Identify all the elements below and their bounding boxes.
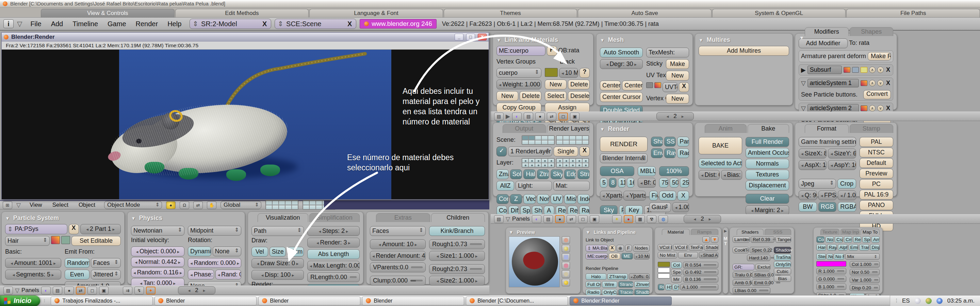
format-tab[interactable]: Format	[805, 124, 849, 133]
view3d-menu[interactable]: Select	[48, 201, 73, 208]
unlink-particle-button[interactable]: X	[69, 224, 79, 234]
script-buttons-icon[interactable]: ▤	[53, 287, 62, 295]
stencil-toggle[interactable]: Stenc	[816, 253, 826, 260]
integrator-selector[interactable]: Midpoint	[188, 226, 241, 236]
expand-icon[interactable]: ▶	[801, 66, 806, 74]
map-to-toggle[interactable]: Disp	[870, 244, 880, 251]
center-button[interactable]: Center	[600, 81, 620, 90]
vcol-new-button[interactable]: New	[666, 94, 689, 104]
render-toggle-icon[interactable]	[861, 80, 867, 86]
draw-mode-icon[interactable]: ●	[166, 201, 176, 209]
map-to-toggle[interactable]: Emit	[849, 244, 859, 251]
pipeline-toggle[interactable]: OnlyCast	[602, 289, 617, 295]
center-new-button[interactable]: Center New	[622, 81, 643, 90]
prefs-tab[interactable]: Themes	[444, 9, 578, 17]
bake-button[interactable]: BAKE	[698, 137, 742, 154]
size-pct-button[interactable]: 50%	[670, 178, 679, 188]
amount-field[interactable]: Amount: 1001	[5, 258, 61, 268]
velocity-field[interactable]: Random: 0.116	[131, 268, 185, 277]
preview-hair-button[interactable]	[562, 270, 570, 278]
sizex-field[interactable]: SizeX: 800	[799, 149, 827, 159]
set-editable-button[interactable]: Set Editable	[72, 236, 121, 246]
minimize-button[interactable]: _	[455, 34, 463, 40]
vertex-group-field[interactable]: cuerpo	[496, 68, 541, 78]
constraint-buttons-icon[interactable]: ↯	[134, 287, 144, 295]
velocity-field[interactable]: Object: 0.000	[131, 246, 185, 256]
modifier-name-field[interactable]: Subsurf	[808, 66, 842, 74]
material-option-toggle[interactable]: Shad A 1.000	[699, 252, 718, 258]
map-to-toggle[interactable]: Cmir	[844, 236, 852, 243]
osa-value-toggle[interactable]: 8	[609, 178, 616, 188]
material-tab[interactable]: Ramps	[691, 229, 719, 235]
phase-field[interactable]: Phase: 0.000	[188, 270, 214, 279]
object-buttons-icon[interactable]: ⇄	[566, 215, 576, 223]
format-preset-button[interactable]: NTSC	[859, 147, 893, 157]
pass-toggle[interactable]: Sky	[550, 169, 563, 179]
prefs-tab[interactable]: Edit Methods	[175, 9, 309, 17]
osa-toggle[interactable]: OSA	[600, 166, 634, 176]
material-tab[interactable]: Material	[662, 229, 690, 235]
vparents-slider[interactable]: VParents:0.0	[370, 263, 426, 272]
abs-length-toggle[interactable]: Abs Length	[307, 249, 360, 259]
panels-menu[interactable]: Panels	[21, 287, 39, 294]
blender-org-link[interactable]: www.blender.org 246	[360, 19, 436, 29]
map-r-slider[interactable]: R 1.000	[816, 268, 846, 274]
move-down-button[interactable]: ∨	[877, 80, 884, 86]
draw-toggle[interactable]: Num	[287, 247, 304, 257]
collapse-arrow-icon[interactable]: ▽	[16, 201, 21, 209]
specular-color-swatch[interactable]	[658, 268, 670, 273]
map-b-slider[interactable]: B 1.000	[816, 284, 846, 290]
tray-handle[interactable]: ⁞	[896, 298, 897, 304]
panel-collapse-icon[interactable]: ▼	[131, 216, 136, 221]
odd-toggle[interactable]: Odd	[659, 191, 676, 201]
pipeline-toggle[interactable]: Radio	[585, 289, 601, 295]
format-preset-button[interactable]: PAL	[859, 137, 893, 147]
bake-mode-toggle[interactable]: Textures	[746, 170, 789, 179]
color-mode-toggle[interactable]: RGBA	[838, 202, 856, 212]
format-preset-button[interactable]: PC	[859, 179, 893, 189]
max-length-field[interactable]: Max Length: 0.000	[307, 261, 360, 271]
pipeline-toggle[interactable]: Shadbuf	[634, 289, 649, 295]
delete-screen-button[interactable]: X	[261, 20, 268, 28]
visualization-tab[interactable]: Simplification	[309, 213, 360, 222]
osa-value-toggle[interactable]: 11	[618, 178, 625, 188]
prefs-tab[interactable]: Auto Save	[578, 9, 711, 17]
filter-size-field[interactable]: 1.00	[672, 202, 689, 212]
format-preset-button[interactable]: PAL 16:9	[859, 190, 893, 200]
spec-shader-selector[interactable]: CookTor	[733, 247, 749, 253]
emit-slider[interactable]: Emit 0.00	[752, 279, 770, 286]
pass-toggle[interactable]: Halo	[523, 169, 536, 179]
vgroup-new-button[interactable]: New	[496, 91, 518, 101]
collapse-icon[interactable]: ▽	[801, 105, 806, 112]
rough1-slider[interactable]: Rough1:0.73	[429, 239, 485, 249]
osa-value-toggle[interactable]: 16	[627, 178, 634, 188]
script-buttons-icon[interactable]: ▤	[543, 215, 553, 223]
map-col-slider[interactable]: Col 1.000	[850, 261, 880, 268]
children-from-selector[interactable]: Faces	[370, 226, 426, 236]
degr-field[interactable]: Degr: 30	[600, 59, 643, 69]
particle-datablock-field[interactable]: ⇕PA:PSys	[5, 224, 67, 234]
map-to-toggle[interactable]: Ref	[853, 236, 861, 243]
material-option-toggle[interactable]: Env	[678, 252, 698, 258]
color-mode-toggle[interactable]: RGB	[818, 202, 837, 212]
crop-toggle[interactable]: Crop	[837, 179, 856, 189]
material-index-field[interactable]: 10 Mat 3	[559, 68, 578, 78]
radiosity-buttons-icon[interactable]: ☢	[647, 215, 656, 223]
center-cursor-button[interactable]: Center Cursor	[600, 92, 643, 102]
render-toggle[interactable]: Pano	[677, 137, 689, 147]
premul-toggle[interactable]: Premul	[619, 205, 624, 215]
particle-index-field[interactable]: 2 Part 1	[80, 224, 121, 234]
collapse-arrow-icon[interactable]: ▽	[17, 20, 22, 28]
texture-buttons-icon[interactable]: ▦	[635, 215, 645, 223]
uvtex-name-field[interactable]: UVTex	[662, 82, 678, 92]
move-down-button[interactable]: ∨	[877, 67, 884, 73]
menu-item[interactable]: Help	[163, 20, 186, 28]
yparts-field[interactable]: Yparts: 4	[624, 191, 646, 201]
edit-toggle-icon[interactable]	[861, 67, 867, 73]
texture-tab[interactable]: Map Input	[840, 229, 859, 235]
view3d-menu[interactable]: View	[25, 201, 47, 208]
pipeline-toggle[interactable]: ZInvert	[634, 281, 649, 288]
render-toggle-icon[interactable]	[843, 67, 850, 73]
pass-toggle[interactable]: UV	[550, 194, 563, 204]
b-slider[interactable]: B 0.136	[683, 276, 718, 282]
